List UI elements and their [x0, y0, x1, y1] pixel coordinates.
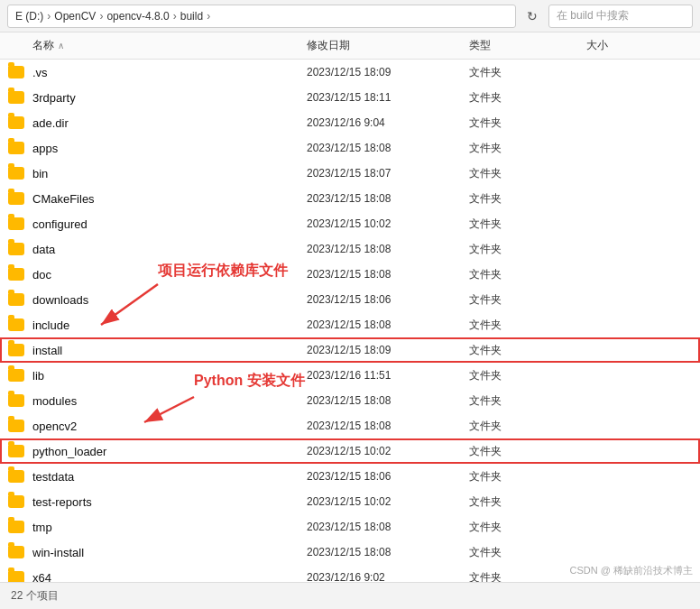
- table-row[interactable]: ade.dir2023/12/16 9:04文件夹: [0, 110, 700, 135]
- address-path[interactable]: E (D:) › OpenCV › opencv-4.8.0 › build ›: [7, 5, 516, 28]
- file-type: 文件夹: [469, 343, 586, 358]
- file-date: 2023/12/15 18:09: [307, 344, 469, 356]
- file-name: apps: [32, 142, 307, 155]
- table-row[interactable]: test-reports2023/12/15 10:02文件夹: [0, 489, 700, 514]
- col-header-date[interactable]: 修改日期: [307, 38, 469, 53]
- file-date: 2023/12/15 18:11: [307, 91, 469, 104]
- folder-icon: [0, 369, 32, 382]
- file-name: tmp: [32, 521, 307, 534]
- table-row[interactable]: x642023/12/16 9:02文件夹: [0, 565, 700, 582]
- table-row[interactable]: apps2023/12/15 18:08文件夹: [0, 135, 700, 161]
- file-list: .vs2023/12/15 18:09文件夹3rdparty2023/12/15…: [0, 60, 700, 582]
- file-name: install: [32, 344, 307, 357]
- folder-icon: [0, 91, 32, 104]
- file-name: configured: [32, 217, 307, 231]
- file-type: 文件夹: [469, 545, 586, 560]
- file-type: 文件夹: [469, 469, 586, 484]
- file-date: 2023/12/15 18:07: [307, 167, 469, 180]
- table-row[interactable]: 3rdparty2023/12/15 18:11文件夹: [0, 85, 700, 110]
- file-name: win-install: [32, 546, 307, 559]
- file-type: 文件夹: [469, 318, 586, 333]
- file-date: 2023/12/16 9:04: [307, 116, 469, 129]
- path-opencv[interactable]: OpenCV: [54, 10, 96, 23]
- file-type: 文件夹: [469, 520, 586, 535]
- file-type: 文件夹: [469, 570, 586, 583]
- file-date: 2023/12/16 11:51: [307, 369, 469, 382]
- folder-icon: [0, 268, 32, 281]
- file-date: 2023/12/15 18:06: [307, 470, 469, 483]
- file-type: 文件夹: [469, 494, 586, 510]
- file-date: 2023/12/15 18:08: [307, 420, 469, 432]
- file-type: 文件夹: [469, 166, 586, 181]
- table-row[interactable]: lib2023/12/16 11:51文件夹: [0, 363, 700, 388]
- file-type: 文件夹: [469, 65, 586, 80]
- folder-icon: [0, 445, 32, 457]
- table-row[interactable]: CMakeFiles2023/12/15 18:08文件夹: [0, 186, 700, 211]
- col-header-type[interactable]: 类型: [469, 38, 586, 53]
- path-drive[interactable]: E (D:): [15, 10, 43, 23]
- folder-icon: [0, 521, 32, 533]
- file-date: 2023/12/15 18:08: [307, 546, 469, 558]
- table-row[interactable]: downloads2023/12/15 18:06文件夹: [0, 287, 700, 312]
- file-name: modules: [32, 394, 307, 408]
- file-type: 文件夹: [469, 191, 586, 207]
- table-row[interactable]: bin2023/12/15 18:07文件夹: [0, 161, 700, 186]
- col-header-size[interactable]: 大小: [586, 38, 700, 53]
- file-name: lib: [32, 369, 307, 383]
- table-row[interactable]: modules2023/12/15 18:08文件夹: [0, 388, 700, 413]
- folder-icon: [0, 420, 32, 432]
- file-name: CMakeFiles: [32, 192, 307, 206]
- table-row[interactable]: tmp2023/12/15 18:08文件夹: [0, 514, 700, 540]
- file-date: 2023/12/15 10:02: [307, 217, 469, 230]
- folder-icon: [0, 318, 32, 331]
- table-row[interactable]: doc2023/12/15 18:08文件夹: [0, 262, 700, 287]
- file-type: 文件夹: [469, 217, 586, 232]
- table-row[interactable]: data2023/12/15 18:08文件夹: [0, 236, 700, 262]
- file-name: opencv2: [32, 420, 307, 433]
- folder-icon: [0, 116, 32, 129]
- folder-icon: [0, 470, 32, 483]
- file-name: ade.dir: [32, 116, 307, 130]
- file-type: 文件夹: [469, 368, 586, 383]
- folder-icon: [0, 495, 32, 508]
- folder-icon: [0, 344, 32, 356]
- folder-icon: [0, 217, 32, 230]
- file-name: data: [32, 243, 307, 256]
- file-name: downloads: [32, 293, 307, 307]
- path-build[interactable]: build: [180, 10, 203, 23]
- folder-icon: [0, 546, 32, 558]
- table-row[interactable]: python_loader2023/12/15 10:02文件夹: [0, 438, 700, 464]
- table-row[interactable]: win-install2023/12/15 18:08文件夹: [0, 540, 700, 565]
- col-header-name[interactable]: 名称 ∧: [0, 38, 307, 53]
- file-date: 2023/12/15 10:02: [307, 445, 469, 457]
- table-row[interactable]: install2023/12/15 18:09文件夹: [0, 337, 700, 363]
- table-row[interactable]: configured2023/12/15 10:02文件夹: [0, 211, 700, 236]
- table-row[interactable]: opencv22023/12/15 18:08文件夹: [0, 413, 700, 438]
- file-date: 2023/12/15 10:02: [307, 495, 469, 508]
- file-type: 文件夹: [469, 419, 586, 434]
- file-date: 2023/12/16 9:02: [307, 571, 469, 582]
- file-date: 2023/12/15 18:09: [307, 66, 469, 78]
- file-name: bin: [32, 167, 307, 180]
- path-version[interactable]: opencv-4.8.0: [106, 10, 169, 23]
- file-date: 2023/12/15 18:08: [307, 142, 469, 154]
- file-date: 2023/12/15 18:08: [307, 192, 469, 205]
- file-name: python_loader: [32, 445, 307, 458]
- table-row[interactable]: .vs2023/12/15 18:09文件夹: [0, 60, 700, 85]
- file-type: 文件夹: [469, 393, 586, 409]
- folder-icon: [0, 167, 32, 180]
- status-bar: 22 个项目: [0, 582, 700, 609]
- file-type: 文件夹: [469, 267, 586, 282]
- table-row[interactable]: testdata2023/12/15 18:06文件夹: [0, 464, 700, 489]
- file-type: 文件夹: [469, 242, 586, 257]
- file-date: 2023/12/15 18:08: [307, 521, 469, 533]
- search-box[interactable]: 在 build 中搜索: [548, 5, 693, 28]
- refresh-button[interactable]: ↻: [521, 5, 543, 27]
- search-placeholder: 在 build 中搜索: [557, 8, 629, 23]
- file-name: testdata: [32, 470, 307, 484]
- file-date: 2023/12/15 18:08: [307, 268, 469, 281]
- table-row[interactable]: include2023/12/15 18:08文件夹: [0, 312, 700, 337]
- address-bar: E (D:) › OpenCV › opencv-4.8.0 › build ›…: [0, 0, 700, 32]
- folder-icon: [0, 142, 32, 154]
- status-text: 22 个项目: [11, 588, 59, 604]
